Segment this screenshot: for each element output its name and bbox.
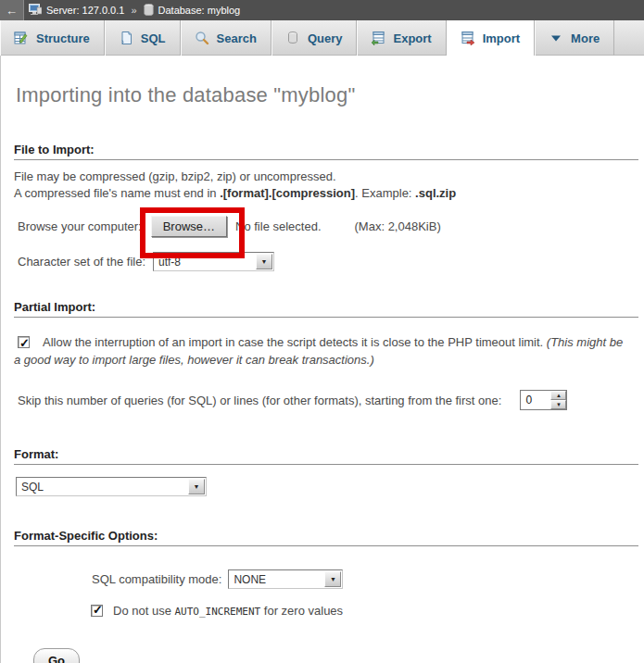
allow-interruption-checkbox[interactable]: ✓ bbox=[18, 336, 30, 348]
sql-compatibility-row: SQL compatibility mode: NONE ▼ bbox=[92, 569, 644, 589]
section-heading-file-to-import: File to Import: bbox=[14, 143, 638, 160]
structure-icon bbox=[14, 31, 29, 45]
sql-compatibility-label: SQL compatibility mode: bbox=[92, 572, 221, 586]
compression-info-line: File may be compressed (gzip, bzip2, zip… bbox=[14, 169, 644, 185]
tab-bar: Structure SQL Search Query Export Import bbox=[0, 20, 644, 56]
server-breadcrumb-bar: ← Server: 127.0.0.1 » Database: myblog bbox=[0, 0, 644, 20]
page-title: Importing into the database "myblog" bbox=[1, 56, 644, 107]
charset-label: Character set of the file: bbox=[18, 255, 145, 269]
server-icon bbox=[29, 4, 42, 17]
tab-label: Export bbox=[393, 31, 431, 45]
tab-sql[interactable]: SQL bbox=[105, 20, 181, 56]
section-heading-format-specific-options: Format-Specific Options: bbox=[14, 529, 638, 546]
tab-query[interactable]: Query bbox=[271, 20, 358, 56]
import-page-content: Importing into the database "myblog" Fil… bbox=[0, 56, 644, 663]
browse-button[interactable]: Browse… bbox=[151, 216, 227, 237]
tab-label: SQL bbox=[141, 31, 166, 45]
tab-more[interactable]: More bbox=[535, 20, 614, 56]
skip-queries-row: Skip this number of queries (for SQL) or… bbox=[18, 390, 644, 410]
breadcrumb-separator: » bbox=[129, 5, 138, 16]
section-heading-format: Format: bbox=[14, 447, 638, 465]
tab-label: Query bbox=[308, 31, 343, 45]
charset-selected-value: utf-8 bbox=[154, 253, 255, 270]
charset-select[interactable]: utf-8 ▼ bbox=[153, 252, 274, 271]
tab-structure[interactable]: Structure bbox=[0, 20, 105, 56]
sql-compatibility-value: NONE bbox=[229, 570, 323, 588]
export-icon bbox=[371, 31, 385, 45]
auto-increment-keyword: AUTO_INCREMENT bbox=[175, 606, 261, 618]
tab-label: Import bbox=[483, 31, 520, 45]
format-compression-token: .[format].[compression] bbox=[220, 186, 355, 200]
tab-import[interactable]: Import bbox=[447, 20, 535, 56]
allow-interruption-row: ✓Allow the interruption of an import in … bbox=[14, 333, 633, 369]
max-size-note: (Max: 2,048KiB) bbox=[355, 219, 441, 233]
dropdown-arrow-icon: ▼ bbox=[256, 254, 272, 269]
filename-info-line: A compressed file's name must end in .[f… bbox=[14, 185, 644, 202]
skip-queries-value: 0 bbox=[521, 391, 550, 409]
charset-row: Character set of the file: utf-8 ▼ bbox=[18, 252, 644, 271]
file-info-text: File may be compressed (gzip, bzip2, zip… bbox=[14, 169, 644, 202]
check-icon: ✓ bbox=[93, 603, 103, 617]
format-select[interactable]: SQL ▼ bbox=[16, 477, 207, 496]
go-button[interactable]: Go bbox=[33, 648, 80, 663]
auto-increment-label: Do not use AUTO_INCREMENT for zero value… bbox=[113, 604, 343, 618]
check-icon: ✓ bbox=[19, 334, 30, 352]
browse-label: Browse your computer: bbox=[18, 219, 142, 233]
sql-icon bbox=[119, 31, 133, 45]
no-file-selected-text: No file selected. bbox=[235, 219, 322, 233]
section-heading-partial-import: Partial Import: bbox=[14, 300, 638, 318]
breadcrumb-database[interactable]: Database: myblog bbox=[158, 5, 241, 16]
allow-interruption-text: Allow the interruption of an import in c… bbox=[43, 335, 547, 349]
back-arrow-button[interactable]: ← bbox=[0, 0, 24, 20]
auto-increment-row: ✓ Do not use AUTO_INCREMENT for zero val… bbox=[91, 604, 644, 618]
stepper-up-icon[interactable]: ▲ bbox=[550, 391, 566, 400]
dropdown-arrow-icon: ▼ bbox=[188, 479, 205, 494]
tab-label: Structure bbox=[36, 31, 90, 45]
tab-label: More bbox=[571, 31, 600, 45]
dropdown-arrow-icon: ▼ bbox=[324, 571, 341, 587]
auto-increment-checkbox[interactable]: ✓ bbox=[91, 605, 103, 617]
browse-row: Browse your computer: Browse… No file se… bbox=[18, 216, 644, 237]
chevron-down-icon bbox=[549, 31, 563, 45]
search-icon bbox=[195, 31, 209, 45]
import-icon bbox=[461, 31, 475, 45]
stepper-down-icon[interactable]: ▼ bbox=[550, 400, 566, 409]
tab-label: Search bbox=[217, 31, 257, 45]
database-icon bbox=[144, 4, 154, 18]
skip-queries-label: Skip this number of queries (for SQL) or… bbox=[18, 394, 501, 407]
breadcrumb-server[interactable]: Server: 127.0.0.1 bbox=[46, 5, 124, 16]
query-icon bbox=[285, 31, 300, 45]
tab-export[interactable]: Export bbox=[357, 20, 446, 56]
sql-zip-example: .sql.zip bbox=[415, 186, 456, 200]
skip-queries-stepper[interactable]: 0 ▲ ▼ bbox=[520, 390, 567, 410]
format-selected-value: SQL bbox=[17, 478, 187, 495]
tab-search[interactable]: Search bbox=[181, 20, 271, 56]
sql-compatibility-select[interactable]: NONE ▼ bbox=[228, 569, 343, 589]
